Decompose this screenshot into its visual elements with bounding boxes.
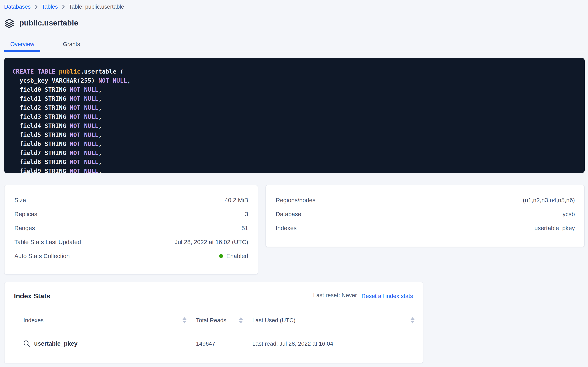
stat-value: (n1,n2,n3,n4,n5,n6) (523, 197, 575, 203)
index-name-cell[interactable]: usertable_pkey (16, 330, 187, 357)
reset-index-stats-link[interactable]: Reset all index stats (361, 293, 413, 299)
stat-value: Enabled (219, 253, 248, 259)
table-stats-card: Size 40.2 MiB Replicas 3 Ranges 51 Table… (4, 185, 258, 275)
search-icon (23, 340, 30, 347)
column-header-indexes[interactable]: Indexes (16, 311, 187, 330)
sort-arrows-icon (239, 317, 243, 323)
stat-row-regions: Regions/nodes (n1,n2,n3,n4,n5,n6) (266, 193, 584, 207)
stat-row-stats-updated: Table Stats Last Updated Jul 28, 2022 at… (5, 235, 258, 249)
column-label: Indexes (24, 317, 43, 324)
column-label: Last Used (UTC) (252, 317, 295, 324)
chevron-right-icon (61, 4, 65, 9)
stat-label: Indexes (276, 225, 297, 231)
stat-value: 51 (242, 225, 248, 231)
index-name: usertable_pkey (34, 340, 77, 347)
column-header-last-used[interactable]: Last Used (UTC) (243, 311, 414, 330)
last-reset-label: Last reset: Never (313, 292, 357, 300)
stat-row-size: Size 40.2 MiB (5, 193, 258, 207)
page-header: public.usertable (4, 17, 588, 29)
last-used-cell: Last read: Jul 28, 2022 at 16:04 (243, 330, 414, 357)
create-statement-code-block: CREATE TABLE public.usertable ( ycsb_key… (4, 58, 585, 173)
breadcrumb-link-databases[interactable]: Databases (4, 3, 31, 10)
stat-label: Ranges (14, 225, 35, 231)
stat-value: Jul 28, 2022 at 16:02 (UTC) (175, 239, 248, 245)
breadcrumb-link-tables[interactable]: Tables (42, 3, 58, 10)
stat-label: Database (276, 211, 301, 217)
status-enabled-dot-icon (219, 254, 223, 258)
page-title: public.usertable (19, 18, 78, 27)
table-stack-icon (4, 18, 14, 28)
index-table-header-row: Indexes Total Reads Last Used (UTC) (16, 311, 414, 330)
stat-row-database: Database ycsb (266, 207, 584, 221)
stat-label: Regions/nodes (276, 197, 315, 203)
tab-grants[interactable]: Grants (57, 36, 86, 51)
stat-value: 40.2 MiB (225, 197, 248, 203)
table-details-card: Regions/nodes (n1,n2,n3,n4,n5,n6) Databa… (265, 185, 585, 247)
stat-label: Auto Stats Collection (14, 253, 70, 259)
stat-row-indexes: Indexes usertable_pkey (266, 221, 584, 235)
stats-cards-row: Size 40.2 MiB Replicas 3 Ranges 51 Table… (4, 185, 585, 275)
status-text: Enabled (226, 253, 248, 259)
tab-bar: Overview Grants (0, 36, 588, 51)
index-table-row: usertable_pkey 149647 Last read: Jul 28,… (16, 330, 414, 357)
index-stats-card: Index Stats Last reset: Never Reset all … (4, 282, 423, 363)
index-stats-header: Index Stats Last reset: Never Reset all … (14, 290, 413, 302)
stat-label: Replicas (14, 211, 37, 217)
breadcrumb-current: Table: public.usertable (69, 3, 124, 10)
last-used-value: Last read: Jul 28, 2022 at 16:04 (252, 340, 333, 347)
sort-arrows-icon (411, 317, 414, 323)
chevron-right-icon (34, 4, 38, 9)
column-header-total-reads[interactable]: Total Reads (187, 311, 243, 330)
breadcrumb: Databases Tables Table: public.usertable (0, 0, 588, 11)
index-stats-title: Index Stats (14, 292, 50, 300)
total-reads-cell: 149647 (187, 330, 243, 357)
stat-value: ycsb (563, 211, 575, 217)
stat-label: Size (14, 197, 26, 203)
stat-value: usertable_pkey (534, 225, 575, 231)
index-stats-table: Indexes Total Reads Last Used (UTC) (16, 311, 414, 357)
column-label: Total Reads (196, 317, 226, 324)
stat-row-ranges: Ranges 51 (5, 221, 258, 235)
tab-overview[interactable]: Overview (4, 36, 41, 51)
total-reads-value: 149647 (196, 340, 215, 347)
stat-row-replicas: Replicas 3 (5, 207, 258, 221)
table-details-page: Databases Tables Table: public.usertable… (0, 0, 588, 367)
stat-value: 3 (245, 211, 248, 217)
stat-row-auto-stats: Auto Stats Collection Enabled (5, 249, 258, 263)
stat-label: Table Stats Last Updated (14, 239, 81, 245)
sort-arrows-icon (182, 317, 187, 323)
